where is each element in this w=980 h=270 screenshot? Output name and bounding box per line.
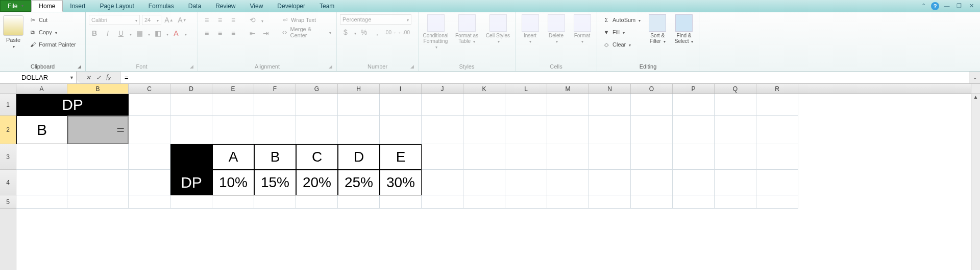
- tab-review[interactable]: Review: [208, 0, 242, 12]
- col-header-A[interactable]: A: [16, 84, 67, 94]
- format-as-table-button[interactable]: Format as Table: [453, 14, 481, 44]
- cell-A2[interactable]: B: [16, 116, 67, 144]
- row-header-3[interactable]: 3: [0, 144, 16, 170]
- cell-F3[interactable]: B: [254, 144, 296, 170]
- col-header-R[interactable]: R: [756, 84, 798, 94]
- align-center-button[interactable]: ≡: [214, 28, 226, 39]
- autosum-button[interactable]: ΣAutoSum: [600, 14, 643, 26]
- col-header-P[interactable]: P: [673, 84, 715, 94]
- chevron-down-icon[interactable]: [353, 28, 356, 37]
- increase-decimal-button[interactable]: .00→: [385, 27, 396, 38]
- col-header-F[interactable]: F: [254, 84, 296, 94]
- select-all-corner[interactable]: [0, 84, 16, 94]
- decrease-decimal-button[interactable]: ←.00: [398, 27, 409, 38]
- worksheet-grid[interactable]: DPB=DPABCDE10%15%20%25%30%: [16, 94, 971, 270]
- row-header-1[interactable]: 1: [0, 94, 16, 116]
- dialog-launcher-icon[interactable]: ◢: [410, 64, 414, 69]
- col-header-L[interactable]: L: [505, 84, 547, 94]
- window-close-icon[interactable]: ✕: [967, 3, 976, 10]
- align-top-button[interactable]: ≡: [201, 14, 212, 26]
- cell-G3[interactable]: C: [296, 144, 338, 170]
- col-header-O[interactable]: O: [631, 84, 673, 94]
- col-header-Q[interactable]: Q: [715, 84, 756, 94]
- chevron-down-icon[interactable]: [260, 15, 263, 25]
- chevron-down-icon[interactable]: [12, 43, 15, 49]
- dialog-launcher-icon[interactable]: ◢: [78, 64, 81, 69]
- tab-developer[interactable]: Developer: [270, 0, 312, 12]
- wrap-text-button[interactable]: ⏎Wrap Text: [279, 14, 333, 26]
- conditional-formatting-button[interactable]: Conditional Formatting: [422, 14, 450, 50]
- number-format-select[interactable]: Percentage: [340, 14, 411, 25]
- col-header-D[interactable]: D: [170, 84, 212, 94]
- row-header-2[interactable]: 2: [0, 116, 16, 144]
- col-header-G[interactable]: G: [296, 84, 338, 94]
- grow-font-button[interactable]: A▲: [163, 14, 175, 26]
- chevron-down-icon[interactable]: ▼: [69, 75, 74, 80]
- row-header-4[interactable]: 4: [0, 170, 16, 195]
- chevron-down-icon[interactable]: [147, 29, 150, 38]
- format-cells-button[interactable]: Format: [571, 14, 594, 44]
- formula-input[interactable]: =: [120, 72, 969, 83]
- percent-format-button[interactable]: %: [358, 27, 370, 38]
- chevron-down-icon[interactable]: [184, 29, 187, 38]
- italic-button[interactable]: I: [102, 28, 113, 39]
- col-header-M[interactable]: M: [547, 84, 589, 94]
- insert-cells-button[interactable]: Insert: [519, 14, 542, 44]
- chevron-down-icon[interactable]: [129, 29, 132, 38]
- increase-indent-button[interactable]: ⇥: [260, 28, 272, 39]
- scroll-up-button[interactable]: ▲: [971, 94, 980, 103]
- cell-A1[interactable]: DP: [16, 94, 129, 116]
- bold-button[interactable]: B: [89, 28, 100, 39]
- align-right-button[interactable]: ≡: [228, 28, 239, 39]
- find-select-button[interactable]: Find & Select: [672, 14, 696, 44]
- borders-button[interactable]: ▦: [134, 28, 145, 39]
- copy-button[interactable]: ⧉Copy: [27, 27, 78, 38]
- cell-E4[interactable]: 10%: [212, 170, 254, 195]
- font-size-select[interactable]: 24: [142, 15, 161, 25]
- dialog-launcher-icon[interactable]: ◢: [329, 64, 332, 69]
- cell-D4[interactable]: DP: [170, 170, 212, 195]
- vertical-scrollbar[interactable]: ▲ ▼: [971, 94, 980, 270]
- tab-view[interactable]: View: [243, 0, 271, 12]
- window-minimize-icon[interactable]: —: [942, 3, 951, 10]
- row-header-5[interactable]: 5: [0, 195, 16, 209]
- col-header-K[interactable]: K: [463, 84, 505, 94]
- tab-formulas[interactable]: Formulas: [141, 0, 181, 12]
- col-header-J[interactable]: J: [422, 84, 463, 94]
- help-icon[interactable]: ?: [931, 2, 939, 10]
- align-bottom-button[interactable]: ≡: [228, 14, 239, 26]
- ribbon-minimize-icon[interactable]: ⌃: [919, 3, 928, 10]
- cell-B2-editing[interactable]: =: [67, 116, 129, 144]
- decrease-indent-button[interactable]: ⇤: [247, 28, 258, 39]
- tab-home[interactable]: Home: [31, 0, 63, 12]
- delete-cells-button[interactable]: Delete: [545, 14, 568, 44]
- cell-D3[interactable]: [170, 144, 212, 170]
- col-header-I[interactable]: I: [380, 84, 422, 94]
- cell-E3[interactable]: A: [212, 144, 254, 170]
- col-header-N[interactable]: N: [589, 84, 631, 94]
- window-restore-icon[interactable]: ❐: [954, 3, 964, 10]
- font-color-button[interactable]: A: [170, 28, 182, 39]
- font-name-select[interactable]: Calibri: [89, 15, 140, 25]
- accounting-format-button[interactable]: $: [340, 27, 351, 38]
- chevron-down-icon[interactable]: [165, 29, 168, 38]
- clear-button[interactable]: ◇Clear: [600, 39, 643, 50]
- underline-button[interactable]: U: [115, 28, 127, 39]
- cell-H4[interactable]: 25%: [338, 170, 380, 195]
- shrink-font-button[interactable]: A▼: [177, 14, 188, 26]
- align-left-button[interactable]: ≡: [201, 28, 212, 39]
- col-header-B[interactable]: B: [67, 84, 129, 94]
- formula-expand-button[interactable]: ⌄: [969, 72, 980, 83]
- align-middle-button[interactable]: ≡: [214, 14, 226, 26]
- tab-file[interactable]: File: [0, 0, 31, 12]
- fill-color-button[interactable]: ◧: [152, 28, 163, 39]
- tab-page-layout[interactable]: Page Layout: [92, 0, 141, 12]
- format-painter-button[interactable]: 🖌Format Painter: [27, 39, 78, 50]
- col-header-E[interactable]: E: [212, 84, 254, 94]
- cancel-formula-icon[interactable]: ✕: [86, 74, 91, 81]
- cell-I3[interactable]: E: [380, 144, 422, 170]
- cell-H3[interactable]: D: [338, 144, 380, 170]
- tab-data[interactable]: Data: [181, 0, 208, 12]
- sort-filter-button[interactable]: Sort & Filter: [646, 14, 669, 44]
- col-header-C[interactable]: C: [129, 84, 170, 94]
